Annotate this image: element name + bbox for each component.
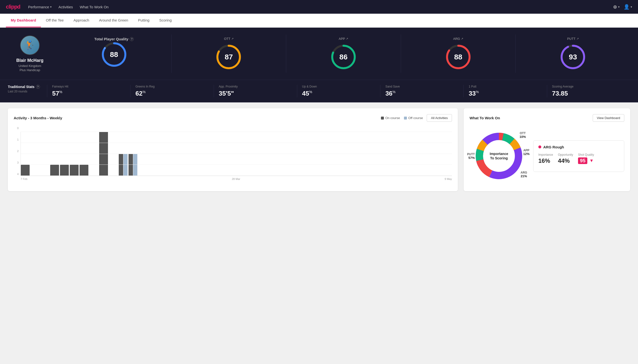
opportunity-label: Opportunity [558, 153, 573, 156]
score-putt: PUTT ↗ 93 [515, 34, 630, 73]
all-activities-button[interactable]: All Activities [427, 114, 452, 122]
donut-label-line2: To Scoring [490, 156, 508, 160]
importance-value: 16% [538, 158, 553, 164]
bar-empty [40, 175, 49, 176]
putt-donut-label: PUTT 57% [467, 152, 475, 160]
nav-links: Performance ▾ Activities What To Work On [28, 5, 605, 9]
hero-section: 🏌️ Blair McHarg United Kingdom Plus Hand… [0, 28, 638, 80]
bar-group [138, 175, 147, 176]
bar-empty [109, 175, 118, 176]
bar-group [60, 165, 69, 176]
bar-group [109, 175, 118, 176]
info-metrics: Importance 16% Opportunity 44% Shot Qual… [538, 153, 619, 164]
legend-on-course: On course [381, 116, 400, 120]
add-button[interactable]: ⊕ ▾ [613, 4, 620, 10]
off-course-dot [404, 116, 407, 120]
nav-performance[interactable]: Performance ▾ [28, 5, 52, 9]
player-handicap: Plus Handicap [20, 68, 40, 72]
stat-updown-value: 45% [302, 90, 312, 97]
arg-value: 88 [454, 53, 462, 61]
bar-group [99, 132, 108, 176]
score-app: APP ↗ 86 [286, 34, 401, 73]
stat-scoring-value: 73.85 [552, 90, 568, 97]
bar-empty [138, 175, 147, 176]
stat-proximity-label: App. Proximity [219, 85, 238, 88]
bar-on-course [50, 165, 59, 176]
bar-empty [31, 175, 39, 176]
question-icon[interactable]: ? [130, 37, 134, 41]
putt-arrow-icon: ↗ [576, 37, 579, 40]
stat-scoring: Scoring Average 73.85 [547, 85, 630, 97]
tpq-value: 88 [110, 50, 118, 59]
stat-sandsave-label: Sand Save [385, 85, 400, 88]
tab-bar: My Dashboard Off the Tee Approach Around… [0, 14, 638, 28]
info-card: ARG Rough Importance 16% Opportunity 44%… [533, 140, 624, 172]
bars-area [21, 132, 452, 176]
bar-group [40, 175, 49, 176]
red-dot-icon [538, 146, 541, 148]
tab-approach[interactable]: Approach [69, 14, 94, 28]
shot-quality-label: Shot Quality [578, 153, 594, 156]
trad-question-icon[interactable]: ? [36, 85, 40, 89]
down-arrow-icon: ▼ [589, 158, 594, 163]
bar-on-course [119, 154, 123, 176]
view-dashboard-button[interactable]: View Dashboard [593, 114, 624, 122]
nav-right: ⊕ ▾ 👤 ▾ [613, 4, 632, 10]
stat-fairways: Fairways Hit 57% [47, 85, 130, 97]
bar-on-course [21, 165, 30, 176]
logo[interactable]: clippd [6, 4, 20, 10]
avatar: 🏌️ [20, 36, 40, 55]
add-dropdown-arrow: ▾ [618, 6, 620, 8]
on-course-dot [381, 116, 384, 120]
app-arrow-icon: ↗ [346, 37, 348, 40]
stat-proximity-value: 35'5" [219, 90, 234, 97]
ott-donut-label: OTT 10% [520, 132, 526, 138]
tab-off-the-tee[interactable]: Off the Tee [41, 14, 69, 28]
tab-my-dashboard[interactable]: My Dashboard [6, 14, 41, 28]
bar-on-course [70, 165, 79, 176]
bar-group [129, 154, 137, 176]
bar-group [119, 154, 128, 176]
tab-putting[interactable]: Putting [133, 14, 154, 28]
stat-sandsave: Sand Save 36% [380, 85, 464, 97]
tab-around-the-green[interactable]: Around the Green [94, 14, 133, 28]
nav-what-to-work-on[interactable]: What To Work On [80, 5, 109, 9]
arg-circle: 88 [445, 44, 472, 70]
arg-label: ARG ↗ [453, 37, 463, 40]
stat-gir: Greens In Reg 62% [130, 85, 214, 97]
user-dropdown-arrow: ▾ [631, 6, 632, 8]
bar-group [89, 175, 98, 176]
legend-off-course: Off course [404, 116, 423, 120]
shot-quality-badge: 95 [578, 158, 587, 164]
tab-scoring[interactable]: Scoring [154, 14, 176, 28]
bar-off-course [133, 154, 138, 176]
info-card-title: ARG Rough [538, 145, 619, 149]
work-on-header: What To Work On View Dashboard [470, 114, 624, 122]
score-tpq: Total Player Quality ? 88 [62, 34, 171, 73]
bar-chart: 4 3 2 1 0 7 F [14, 127, 452, 180]
bar-chart-inner: 4 3 2 1 0 [14, 127, 452, 176]
stat-sandsave-value: 36% [385, 90, 395, 97]
app-value: 86 [339, 53, 347, 61]
arg-arrow-icon: ↗ [461, 37, 463, 40]
score-ott: OTT ↗ 87 [171, 34, 286, 73]
app-circle: 86 [330, 44, 357, 70]
nav-activities[interactable]: Activities [59, 5, 73, 9]
y-axis: 4 3 2 1 0 [14, 127, 19, 176]
putt-label: PUTT ↗ [567, 37, 579, 40]
donut-chart: Importance To Scoring OTT 10% APP 12% AR… [470, 127, 528, 185]
x-labels: 7 Feb 28 Mar 9 May [14, 178, 452, 180]
traditional-stats-title: Traditional Stats ? [8, 85, 42, 89]
app-label: APP ↗ [339, 37, 348, 40]
work-on-title: What To Work On [470, 116, 500, 120]
main-content: Activity - 3 Months - Weekly On course O… [0, 102, 638, 197]
metric-shot-quality: Shot Quality 95 ▼ [578, 153, 594, 164]
shot-quality-row: 95 ▼ [578, 158, 594, 164]
user-menu[interactable]: 👤 ▾ [623, 4, 632, 10]
bar-group [21, 165, 30, 176]
app-donut-label: APP 12% [523, 149, 530, 156]
stat-updown: Up & Down 45% [297, 85, 380, 97]
bar-group [50, 165, 59, 176]
metric-importance: Importance 16% [538, 153, 553, 164]
stat-fairways-value: 57% [52, 90, 62, 97]
